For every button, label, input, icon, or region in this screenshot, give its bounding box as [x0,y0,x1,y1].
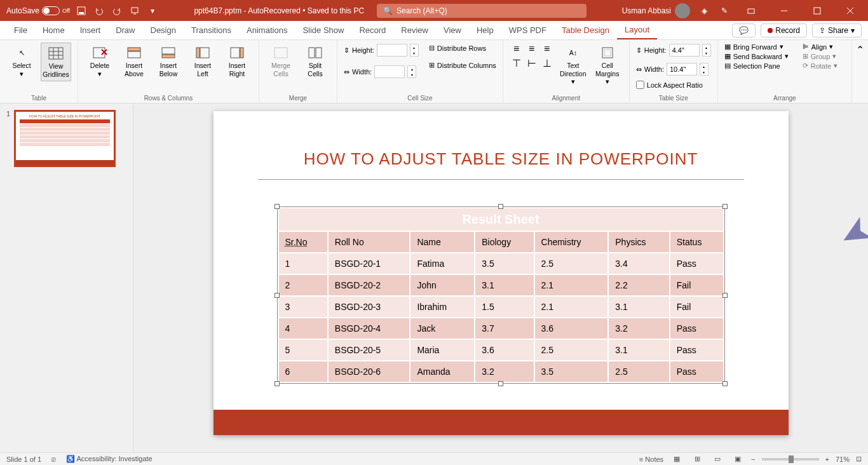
table-cell[interactable]: Maria [410,339,475,361]
resize-handle-tr[interactable] [722,204,728,209]
ribbon-mode-icon[interactable] [738,0,764,21]
valign-middle-button[interactable]: ⊢ [525,57,539,69]
thumbnail-panel[interactable]: 1 HOW TO ADJUST TABLE SIZE IN POWERPOINT [0,104,133,452]
tab-slideshow[interactable]: Slide Show [295,21,351,39]
table-cell[interactable]: 3.5 [475,253,534,274]
table-width-spinner[interactable]: ▴▾ [700,63,709,76]
cell-margins-button[interactable]: Cell Margins▾ [592,43,623,88]
lock-aspect-checkbox[interactable]: Lock Aspect Ratio [636,81,711,89]
zoom-slider[interactable] [762,458,819,461]
table-cell[interactable]: 2.5 [608,361,669,382]
table-cell[interactable]: 3.1 [608,296,669,318]
table-cell[interactable]: 3.2 [475,361,534,382]
table-cell[interactable]: 3.1 [475,274,534,296]
close-button[interactable] [837,0,863,21]
tab-view[interactable]: View [436,21,469,39]
fit-button[interactable]: ⊡ [856,455,862,463]
redo-icon[interactable] [111,4,123,17]
sorter-view-button[interactable]: ⊞ [690,454,704,464]
send-backward-button[interactable]: ▦Send Backward▾ [724,52,789,60]
table-cell[interactable]: 2.5 [534,339,609,361]
table-cell[interactable]: Jack [410,318,475,339]
table-cell[interactable]: BSGD-20-6 [328,361,410,382]
slide[interactable]: HOW TO ADJUST TABLE SIZE IN POWERPOINT R… [214,111,789,435]
minimize-button[interactable] [771,0,797,21]
normal-view-button[interactable]: ▦ [670,454,684,464]
col-header[interactable]: Physics [608,231,669,253]
table-cell[interactable]: Pass [670,253,724,274]
slide-canvas[interactable]: HOW TO ADJUST TABLE SIZE IN POWERPOINT R… [133,104,868,452]
table-cell[interactable]: 3.7 [475,318,534,339]
record-button[interactable]: Record [761,24,807,37]
table-cell[interactable]: 5 [278,339,328,361]
table-row[interactable]: 6BSGD-20-6Amanda3.23.52.5Pass [278,361,724,382]
slide-thumbnail-1[interactable]: HOW TO ADJUST TABLE SIZE IN POWERPOINT [14,110,116,167]
tab-insert[interactable]: Insert [72,21,109,39]
table-row[interactable]: 3BSGD-20-3Ibrahim1.52.13.1Fail [278,296,724,318]
col-header[interactable]: Status [670,231,724,253]
text-direction-button[interactable]: A↕Text Direction▾ [558,43,588,88]
accessibility-status[interactable]: ♿ Accessibility: Investigate [66,455,153,463]
zoom-in-button[interactable]: + [825,455,829,463]
table-cell[interactable]: BSGD-20-1 [328,253,410,274]
align-button[interactable]: ⊫Align▾ [803,43,837,51]
table-cell[interactable]: 1 [278,253,328,274]
table-cell[interactable]: 4 [278,318,328,339]
insert-above-button[interactable]: Insert Above [119,43,149,80]
undo-icon[interactable] [93,4,105,17]
valign-bottom-button[interactable]: ⊥ [540,57,554,69]
tab-design[interactable]: Design [143,21,184,39]
tab-table-design[interactable]: Table Design [554,21,617,39]
table-cell[interactable]: BSGD-20-2 [328,274,410,296]
table-row[interactable]: 5BSGD-20-5Maria3.62.53.1Pass [278,339,724,361]
notes-button[interactable]: ≡ Notes [639,455,663,463]
resize-handle-tl[interactable] [275,204,280,209]
save-icon[interactable] [75,4,88,17]
delete-button[interactable]: Delete▾ [85,43,115,80]
align-center-button[interactable]: ≡ [525,43,539,55]
tab-file[interactable]: File [6,21,35,39]
tab-wpspdf[interactable]: WPS PDF [501,21,554,39]
col-header[interactable]: Roll No [328,231,410,253]
table-header-row[interactable]: Sr.No Roll No Name Biology Chemistry Phy… [278,231,724,253]
selection-pane-button[interactable]: ▤Selection Pane [724,62,789,70]
table-cell[interactable]: 3.2 [608,318,669,339]
result-table[interactable]: Result Sheet Sr.No Roll No Name Biology … [278,207,724,383]
share-button[interactable]: ⇪Share▾ [812,24,862,37]
table-cell[interactable]: John [410,274,475,296]
table-title[interactable]: Result Sheet [278,208,724,231]
table-cell[interactable]: BSGD-20-3 [328,296,410,318]
resize-handle-bm[interactable] [498,381,503,386]
insert-right-button[interactable]: Insert Right [222,43,252,80]
col-header[interactable]: Name [410,231,475,253]
slide-counter[interactable]: Slide 1 of 1 [6,455,41,463]
insert-below-button[interactable]: Insert Below [153,43,184,80]
table-cell[interactable]: 3.6 [534,318,609,339]
valign-top-button[interactable]: ⊤ [510,57,524,69]
tab-help[interactable]: Help [469,21,501,39]
resize-handle-bl[interactable] [275,381,280,386]
table-row[interactable]: 2BSGD-20-2John3.12.12.2Fail [278,274,724,296]
distribute-rows-button[interactable]: ⊟Distribute Rows [429,43,496,53]
table-cell[interactable]: 3.1 [608,339,669,361]
table-cell[interactable]: 2.5 [534,253,609,274]
table-row[interactable]: 4BSGD-20-4Jack3.73.63.2Pass [278,318,724,339]
table-cell[interactable]: 2.2 [608,274,669,296]
cell-height-input[interactable] [377,44,407,57]
table-cell[interactable]: Amanda [410,361,475,382]
table-cell[interactable]: 3.6 [475,339,534,361]
tab-record[interactable]: Record [351,21,393,39]
collapse-ribbon-button[interactable]: ⌃ [852,40,868,103]
autosave-toggle[interactable]: AutoSave Off [6,6,70,15]
width-spinner[interactable]: ▴▾ [407,65,416,78]
table-cell[interactable]: BSGD-20-5 [328,339,410,361]
view-gridlines-button[interactable]: View Gridlines [41,43,71,81]
table-cell[interactable]: Pass [670,318,724,339]
resize-handle-ml[interactable] [275,293,280,298]
table-cell[interactable]: Fatima [410,253,475,274]
col-header[interactable]: Biology [475,231,534,253]
distribute-cols-button[interactable]: ⊞Distribute Columns [429,60,496,71]
table-cell[interactable]: Pass [670,339,724,361]
tab-layout[interactable]: Layout [617,21,657,39]
table-cell[interactable]: 2.1 [534,296,609,318]
